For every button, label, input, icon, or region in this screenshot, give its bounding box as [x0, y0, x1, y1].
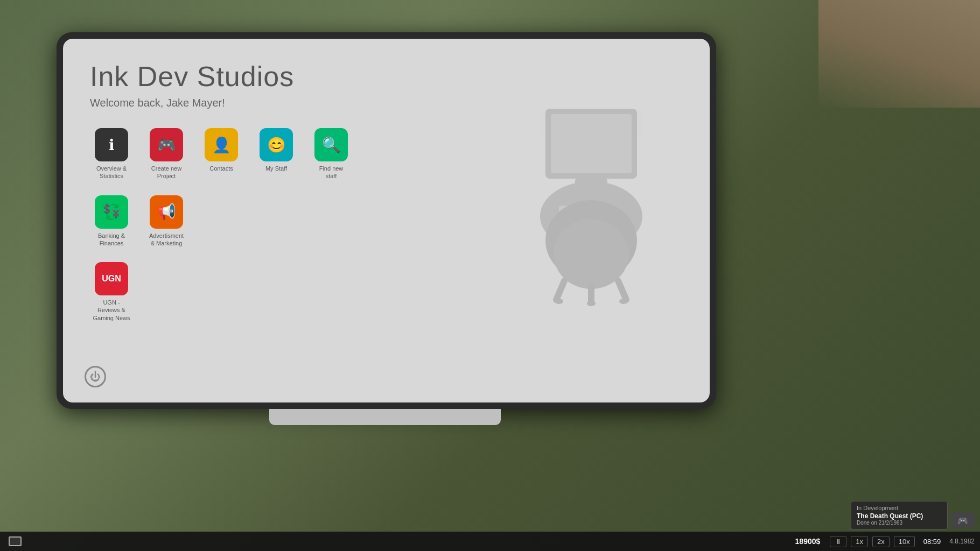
my-staff-icon-item[interactable]: 😊 My Staff — [255, 128, 298, 172]
speed-1x-button[interactable]: 1x — [851, 536, 868, 547]
taskbar-time: 08:59 — [919, 536, 946, 547]
gamepad-icon: 🎮 — [157, 136, 176, 154]
speed-2x-button[interactable]: 2x — [872, 536, 890, 547]
ugn-icon-item[interactable]: UGN UGN -Reviews &Gaming News — [90, 262, 133, 322]
monitor-screen: Ink Dev Studios Welcome back, Jake Mayer… — [63, 39, 710, 402]
create-project-label: Create newProject — [151, 165, 181, 180]
advertising-label: Advertisment& Marketing — [149, 232, 184, 248]
banking-icon-box: 💱 — [95, 195, 128, 229]
find-staff-icon: 🔍 — [322, 136, 341, 154]
in-dev-panel: In Development: The Death Quest (PC) Don… — [851, 501, 948, 529]
power-icon: ⏻ — [90, 371, 101, 383]
overview-label: Overview &Statistics — [96, 165, 127, 180]
ugn-icon: UGN — [102, 274, 121, 284]
taskbar-money: 18900$ — [790, 536, 826, 547]
speed-10x-button[interactable]: 10x — [894, 536, 915, 547]
find-staff-label: Find newstaff — [319, 165, 344, 180]
monitor-stand — [269, 409, 501, 425]
svg-line-10 — [556, 281, 564, 300]
find-staff-icon-box: 🔍 — [314, 128, 348, 161]
banking-label: Banking &Finances — [98, 232, 125, 248]
studio-title: Ink Dev Studios — [90, 60, 683, 93]
controller-icon: 🎮 — [957, 515, 968, 526]
my-staff-icon-box: 😊 — [260, 128, 293, 161]
create-project-icon-box: 🎮 — [150, 128, 183, 161]
taskbar-left — [9, 536, 22, 546]
banking-icon: 💱 — [102, 203, 121, 221]
power-button[interactable]: ⏻ — [85, 366, 106, 387]
contacts-icon-item[interactable]: 👤 Contacts — [200, 128, 243, 172]
taskbar: 18900$ ⏸ 1x 2x 10x 08:59 4.8.1982 — [0, 532, 980, 551]
overview-icon-box: ℹ — [95, 128, 128, 161]
banking-icon-item[interactable]: 💱 Banking &Finances — [90, 195, 133, 248]
computer-svg — [516, 103, 667, 308]
computer-illustration — [516, 103, 667, 308]
bg-accent — [818, 0, 980, 108]
controller-button[interactable]: 🎮 — [951, 512, 975, 528]
monitor-frame: Ink Dev Studios Welcome back, Jake Mayer… — [57, 32, 716, 409]
overview-icon: ℹ — [109, 136, 115, 154]
contacts-icon: 👤 — [212, 136, 231, 154]
taskbar-date: 4.8.1982 — [949, 538, 975, 545]
contacts-label: Contacts — [209, 165, 233, 172]
svg-rect-1 — [551, 114, 632, 173]
in-dev-name: The Death Quest (PC) — [857, 512, 942, 520]
svg-point-13 — [555, 299, 563, 304]
svg-point-14 — [587, 301, 596, 306]
create-project-icon-item[interactable]: 🎮 Create newProject — [145, 128, 188, 180]
my-staff-label: My Staff — [265, 165, 287, 172]
advertising-icon: 📢 — [157, 203, 176, 221]
overview-icon-item[interactable]: ℹ Overview &Statistics — [90, 128, 133, 180]
contacts-icon-box: 👤 — [205, 128, 238, 161]
svg-line-12 — [618, 281, 626, 300]
find-staff-icon-item[interactable]: 🔍 Find newstaff — [310, 128, 353, 180]
taskbar-screen-icon[interactable] — [9, 536, 22, 546]
pause-button[interactable]: ⏸ — [830, 536, 846, 547]
ugn-icon-box: UGN — [95, 262, 128, 295]
ugn-label: UGN -Reviews &Gaming News — [93, 299, 130, 322]
in-dev-done: Done on 21/2/1983 — [857, 520, 942, 526]
advertising-icon-box: 📢 — [150, 195, 183, 229]
advertising-icon-item[interactable]: 📢 Advertisment& Marketing — [145, 195, 188, 248]
svg-point-15 — [619, 299, 628, 304]
my-staff-icon: 😊 — [267, 136, 286, 154]
in-dev-title: In Development: — [857, 505, 942, 511]
